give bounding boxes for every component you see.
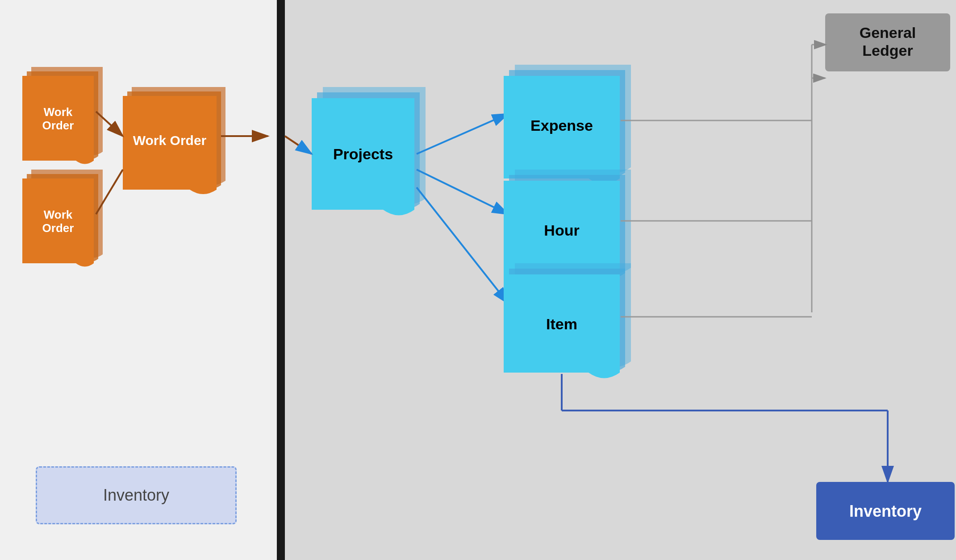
panel-divider — [277, 0, 285, 560]
svg-text:Work: Work — [44, 105, 73, 119]
svg-text:Work: Work — [44, 208, 73, 221]
svg-text:Hour: Hour — [544, 222, 579, 239]
svg-text:Order: Order — [42, 119, 74, 132]
svg-text:Expense: Expense — [530, 117, 593, 134]
svg-line-14 — [417, 170, 508, 214]
svg-line-19 — [285, 136, 312, 154]
inventory-left-label: Inventory — [103, 486, 169, 505]
svg-text:Ledger: Ledger — [862, 42, 913, 59]
left-panel: Work Order Work Order Work Order — [0, 0, 277, 560]
right-panel: Projects Expense Hour Item — [285, 0, 956, 560]
svg-text:Projects: Projects — [333, 145, 393, 162]
svg-line-13 — [417, 114, 508, 154]
svg-text:Item: Item — [546, 315, 577, 332]
svg-text:General: General — [860, 24, 916, 41]
inventory-left-box: Inventory — [36, 466, 237, 524]
svg-line-15 — [417, 187, 508, 303]
svg-text:Work Order: Work Order — [133, 133, 207, 148]
svg-text:Inventory: Inventory — [849, 502, 922, 520]
svg-text:Order: Order — [42, 221, 74, 235]
